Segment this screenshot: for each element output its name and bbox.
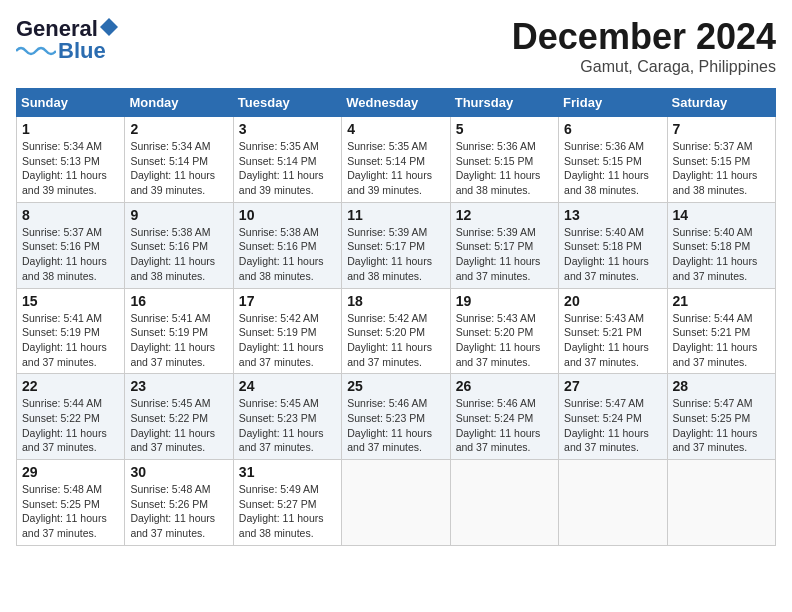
- day-info: Sunrise: 5:39 AMSunset: 5:17 PMDaylight:…: [347, 225, 444, 284]
- calendar-cell: 15Sunrise: 5:41 AMSunset: 5:19 PMDayligh…: [17, 288, 125, 374]
- day-number: 13: [564, 207, 661, 223]
- calendar-cell: 8Sunrise: 5:37 AMSunset: 5:16 PMDaylight…: [17, 202, 125, 288]
- calendar-header-row: SundayMondayTuesdayWednesdayThursdayFrid…: [17, 89, 776, 117]
- day-info: Sunrise: 5:41 AMSunset: 5:19 PMDaylight:…: [22, 311, 119, 370]
- calendar-cell: 19Sunrise: 5:43 AMSunset: 5:20 PMDayligh…: [450, 288, 558, 374]
- column-header-tuesday: Tuesday: [233, 89, 341, 117]
- day-info: Sunrise: 5:43 AMSunset: 5:20 PMDaylight:…: [456, 311, 553, 370]
- day-number: 17: [239, 293, 336, 309]
- day-info: Sunrise: 5:36 AMSunset: 5:15 PMDaylight:…: [456, 139, 553, 198]
- calendar-cell: 21Sunrise: 5:44 AMSunset: 5:21 PMDayligh…: [667, 288, 775, 374]
- calendar-cell: 18Sunrise: 5:42 AMSunset: 5:20 PMDayligh…: [342, 288, 450, 374]
- calendar-cell: 9Sunrise: 5:38 AMSunset: 5:16 PMDaylight…: [125, 202, 233, 288]
- calendar-cell: 22Sunrise: 5:44 AMSunset: 5:22 PMDayligh…: [17, 374, 125, 460]
- calendar-cell: 11Sunrise: 5:39 AMSunset: 5:17 PMDayligh…: [342, 202, 450, 288]
- day-info: Sunrise: 5:42 AMSunset: 5:20 PMDaylight:…: [347, 311, 444, 370]
- day-info: Sunrise: 5:35 AMSunset: 5:14 PMDaylight:…: [239, 139, 336, 198]
- title-section: December 2024 Gamut, Caraga, Philippines: [512, 16, 776, 76]
- day-number: 18: [347, 293, 444, 309]
- day-info: Sunrise: 5:40 AMSunset: 5:18 PMDaylight:…: [673, 225, 770, 284]
- calendar-cell: 13Sunrise: 5:40 AMSunset: 5:18 PMDayligh…: [559, 202, 667, 288]
- calendar-week-row: 1Sunrise: 5:34 AMSunset: 5:13 PMDaylight…: [17, 117, 776, 203]
- day-number: 11: [347, 207, 444, 223]
- logo-text-blue: Blue: [58, 38, 106, 64]
- calendar-cell: 7Sunrise: 5:37 AMSunset: 5:15 PMDaylight…: [667, 117, 775, 203]
- day-number: 15: [22, 293, 119, 309]
- calendar-week-row: 8Sunrise: 5:37 AMSunset: 5:16 PMDaylight…: [17, 202, 776, 288]
- calendar-cell: 1Sunrise: 5:34 AMSunset: 5:13 PMDaylight…: [17, 117, 125, 203]
- day-number: 24: [239, 378, 336, 394]
- logo-wave-icon: [16, 43, 56, 59]
- calendar-cell: 30Sunrise: 5:48 AMSunset: 5:26 PMDayligh…: [125, 460, 233, 546]
- day-info: Sunrise: 5:47 AMSunset: 5:24 PMDaylight:…: [564, 396, 661, 455]
- day-info: Sunrise: 5:36 AMSunset: 5:15 PMDaylight:…: [564, 139, 661, 198]
- calendar-cell: 2Sunrise: 5:34 AMSunset: 5:14 PMDaylight…: [125, 117, 233, 203]
- calendar-week-row: 22Sunrise: 5:44 AMSunset: 5:22 PMDayligh…: [17, 374, 776, 460]
- day-number: 25: [347, 378, 444, 394]
- calendar-cell: 14Sunrise: 5:40 AMSunset: 5:18 PMDayligh…: [667, 202, 775, 288]
- logo: General Blue: [16, 16, 118, 64]
- day-number: 21: [673, 293, 770, 309]
- calendar-cell: 5Sunrise: 5:36 AMSunset: 5:15 PMDaylight…: [450, 117, 558, 203]
- day-info: Sunrise: 5:39 AMSunset: 5:17 PMDaylight:…: [456, 225, 553, 284]
- calendar-cell: 24Sunrise: 5:45 AMSunset: 5:23 PMDayligh…: [233, 374, 341, 460]
- calendar-cell: 31Sunrise: 5:49 AMSunset: 5:27 PMDayligh…: [233, 460, 341, 546]
- day-number: 19: [456, 293, 553, 309]
- day-number: 26: [456, 378, 553, 394]
- calendar-cell: 16Sunrise: 5:41 AMSunset: 5:19 PMDayligh…: [125, 288, 233, 374]
- day-number: 22: [22, 378, 119, 394]
- column-header-sunday: Sunday: [17, 89, 125, 117]
- column-header-wednesday: Wednesday: [342, 89, 450, 117]
- calendar-cell: 23Sunrise: 5:45 AMSunset: 5:22 PMDayligh…: [125, 374, 233, 460]
- day-info: Sunrise: 5:37 AMSunset: 5:15 PMDaylight:…: [673, 139, 770, 198]
- calendar-cell: 29Sunrise: 5:48 AMSunset: 5:25 PMDayligh…: [17, 460, 125, 546]
- day-info: Sunrise: 5:34 AMSunset: 5:13 PMDaylight:…: [22, 139, 119, 198]
- calendar-cell: 20Sunrise: 5:43 AMSunset: 5:21 PMDayligh…: [559, 288, 667, 374]
- calendar-table: SundayMondayTuesdayWednesdayThursdayFrid…: [16, 88, 776, 546]
- day-info: Sunrise: 5:43 AMSunset: 5:21 PMDaylight:…: [564, 311, 661, 370]
- day-info: Sunrise: 5:44 AMSunset: 5:21 PMDaylight:…: [673, 311, 770, 370]
- day-info: Sunrise: 5:48 AMSunset: 5:26 PMDaylight:…: [130, 482, 227, 541]
- day-number: 6: [564, 121, 661, 137]
- column-header-friday: Friday: [559, 89, 667, 117]
- calendar-cell: 10Sunrise: 5:38 AMSunset: 5:16 PMDayligh…: [233, 202, 341, 288]
- day-number: 9: [130, 207, 227, 223]
- day-info: Sunrise: 5:46 AMSunset: 5:24 PMDaylight:…: [456, 396, 553, 455]
- day-info: Sunrise: 5:38 AMSunset: 5:16 PMDaylight:…: [239, 225, 336, 284]
- calendar-cell: [559, 460, 667, 546]
- column-header-monday: Monday: [125, 89, 233, 117]
- day-info: Sunrise: 5:47 AMSunset: 5:25 PMDaylight:…: [673, 396, 770, 455]
- day-info: Sunrise: 5:46 AMSunset: 5:23 PMDaylight:…: [347, 396, 444, 455]
- day-number: 20: [564, 293, 661, 309]
- svg-marker-0: [100, 18, 118, 36]
- day-info: Sunrise: 5:35 AMSunset: 5:14 PMDaylight:…: [347, 139, 444, 198]
- calendar-cell: 12Sunrise: 5:39 AMSunset: 5:17 PMDayligh…: [450, 202, 558, 288]
- day-number: 29: [22, 464, 119, 480]
- calendar-week-row: 29Sunrise: 5:48 AMSunset: 5:25 PMDayligh…: [17, 460, 776, 546]
- page-header: General Blue December 2024 Gamut, Caraga…: [16, 16, 776, 76]
- calendar-cell: 3Sunrise: 5:35 AMSunset: 5:14 PMDaylight…: [233, 117, 341, 203]
- calendar-cell: [667, 460, 775, 546]
- column-header-thursday: Thursday: [450, 89, 558, 117]
- day-number: 27: [564, 378, 661, 394]
- logo-icon: [100, 18, 118, 36]
- calendar-cell: 4Sunrise: 5:35 AMSunset: 5:14 PMDaylight…: [342, 117, 450, 203]
- calendar-cell: 26Sunrise: 5:46 AMSunset: 5:24 PMDayligh…: [450, 374, 558, 460]
- day-info: Sunrise: 5:34 AMSunset: 5:14 PMDaylight:…: [130, 139, 227, 198]
- day-info: Sunrise: 5:38 AMSunset: 5:16 PMDaylight:…: [130, 225, 227, 284]
- day-info: Sunrise: 5:37 AMSunset: 5:16 PMDaylight:…: [22, 225, 119, 284]
- day-info: Sunrise: 5:45 AMSunset: 5:22 PMDaylight:…: [130, 396, 227, 455]
- day-number: 23: [130, 378, 227, 394]
- calendar-cell: 25Sunrise: 5:46 AMSunset: 5:23 PMDayligh…: [342, 374, 450, 460]
- month-title: December 2024: [512, 16, 776, 58]
- day-info: Sunrise: 5:45 AMSunset: 5:23 PMDaylight:…: [239, 396, 336, 455]
- day-number: 2: [130, 121, 227, 137]
- day-number: 4: [347, 121, 444, 137]
- day-info: Sunrise: 5:40 AMSunset: 5:18 PMDaylight:…: [564, 225, 661, 284]
- day-number: 8: [22, 207, 119, 223]
- day-number: 3: [239, 121, 336, 137]
- day-number: 1: [22, 121, 119, 137]
- day-number: 7: [673, 121, 770, 137]
- day-number: 31: [239, 464, 336, 480]
- location-title: Gamut, Caraga, Philippines: [512, 58, 776, 76]
